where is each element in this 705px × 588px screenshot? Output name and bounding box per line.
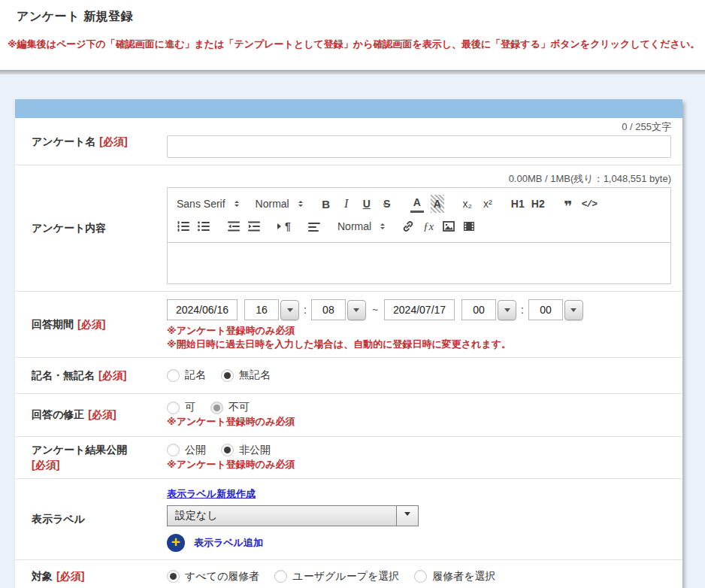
subscript-icon[interactable]: x₂ [461, 195, 474, 213]
radio-unselected-icon[interactable] [167, 444, 180, 456]
survey-name-input[interactable] [167, 135, 671, 158]
radio-unselected-icon[interactable] [414, 570, 427, 583]
heading-picker-value: Normal [256, 198, 289, 210]
end-hour-select[interactable]: 00 [461, 299, 516, 320]
radio-selected-icon[interactable] [221, 369, 234, 382]
end-hour-value: 00 [461, 299, 496, 320]
radio-option-user-group[interactable]: ユーザグループを選択 [274, 570, 399, 583]
end-date-input[interactable] [384, 299, 455, 320]
ordered-list-icon[interactable] [177, 217, 190, 235]
chevron-down-icon [404, 512, 410, 519]
formula-icon[interactable]: ƒx [422, 217, 435, 235]
radio-option-unsigned-label: 無記名 [239, 368, 271, 382]
rich-text-editor: Sans Serif Normal B I U S A [167, 187, 671, 284]
display-label-select-value: 設定なし [168, 506, 396, 526]
start-minute-value: 08 [311, 299, 346, 320]
radio-option-private[interactable]: 非公開 [221, 444, 271, 457]
toolbar-line-2: ¶ Normal ƒx [177, 217, 661, 236]
time-colon: : [304, 304, 307, 316]
superscript-icon[interactable]: x² [481, 195, 495, 213]
chevron-down-icon [287, 308, 293, 315]
display-label-label-cell: 表示ラベル [15, 511, 167, 526]
heading-picker[interactable]: Normal [256, 198, 303, 210]
text-color-icon[interactable]: A [410, 195, 424, 213]
text-direction-icon[interactable]: ¶ [277, 217, 291, 235]
editor-toolbar: Sans Serif Normal B I U S A [168, 188, 670, 243]
display-label-content: 表示ラベル新規作成 設定なし 表示ラベル追加 [167, 479, 682, 559]
target-radio-group: すべての履修者 ユーザグループを選択 履修者を選択 [167, 570, 671, 583]
anonymity-content: 記名 無記名 [167, 368, 682, 382]
time-colon: : [521, 304, 524, 316]
radio-option-select-students[interactable]: 履修者を選択 [414, 570, 495, 583]
survey-name-label-cell: アンケート名[必須] [15, 134, 167, 149]
bold-icon[interactable]: B [319, 195, 333, 213]
end-minute-select[interactable]: 00 [528, 299, 583, 320]
page-title: アンケート 新規登録 [17, 9, 705, 25]
survey-content-label: アンケート内容 [32, 222, 106, 234]
modification-note: ※アンケート登録時のみ必須 [167, 416, 671, 428]
start-date-input[interactable] [167, 299, 238, 320]
chevron-down-icon [353, 308, 359, 315]
start-minute-select[interactable]: 08 [311, 299, 366, 320]
font-picker[interactable]: Sans Serif [177, 198, 239, 210]
page-header: アンケート 新規登録 ※編集後はページ下の「確認画面に進む」または「テンプレート… [0, 0, 705, 70]
radio-option-not-allowed[interactable]: 不可 [210, 401, 250, 414]
radio-selected-icon[interactable] [221, 444, 234, 456]
chevron-down-icon [570, 308, 576, 315]
italic-icon[interactable]: I [340, 195, 353, 213]
start-hour-select[interactable]: 16 [244, 299, 299, 320]
indent-icon[interactable] [247, 217, 261, 235]
display-label-label: 表示ラベル [32, 513, 85, 525]
period-controls: 16 : 08 ~ 00 : [167, 299, 671, 320]
size-picker[interactable]: Normal [337, 220, 385, 232]
modification-label-cell: 回答の修正[必須] [15, 407, 167, 422]
display-label-select-button[interactable] [396, 506, 418, 526]
outdent-icon[interactable] [227, 217, 241, 235]
form-row-survey-name: アンケート名[必須] 0 / 255文字 [15, 118, 682, 165]
form-row-answer-modification: 回答の修正[必須] 可 不可 ※アンケート登録時のみ必須 [15, 394, 682, 437]
add-display-label-link[interactable]: 表示ラベル追加 [194, 536, 263, 550]
form-row-result-publication: アンケート結果公開[必須] 公開 非公開 ※アンケート登録時のみ必須 [15, 437, 682, 479]
end-minute-dropdown-button[interactable] [564, 300, 583, 320]
end-hour-dropdown-button[interactable] [498, 300, 516, 320]
publication-radio-group: 公開 非公開 [167, 444, 671, 457]
target-content: すべての履修者 ユーザグループを選択 履修者を選択 [167, 570, 682, 583]
add-icon[interactable] [167, 534, 185, 552]
radio-option-private-label: 非公開 [239, 444, 271, 457]
header-2-icon[interactable]: H2 [531, 195, 545, 213]
publication-label: アンケート結果公開 [32, 444, 127, 456]
underline-icon[interactable]: U [360, 195, 374, 213]
radio-unselected-icon[interactable] [274, 570, 287, 583]
link-icon[interactable] [401, 217, 415, 235]
align-icon[interactable] [307, 217, 321, 235]
header-1-icon[interactable]: H1 [511, 195, 525, 213]
radio-unselected-icon[interactable] [167, 369, 180, 382]
editor-content-area[interactable] [168, 243, 670, 283]
form-row-display-label: 表示ラベル 表示ラベル新規作成 設定なし 表示ラベル追加 [15, 479, 682, 560]
blockquote-icon[interactable]: ❞ [561, 195, 575, 213]
radio-selected-disabled-icon[interactable] [210, 402, 223, 414]
image-icon[interactable] [442, 217, 455, 235]
survey-content-content: 0.00MB / 1MB(残り：1,048,551 byte) Sans Ser… [167, 165, 682, 291]
range-separator: ~ [372, 304, 378, 316]
radio-option-unsigned[interactable]: 無記名 [221, 368, 271, 382]
create-display-label-link[interactable]: 表示ラベル新規作成 [167, 488, 256, 499]
code-block-icon[interactable]: </> [582, 195, 597, 213]
radio-option-allowed[interactable]: 可 [167, 401, 195, 414]
highlight-color-icon[interactable]: A [431, 195, 444, 213]
modification-content: 可 不可 ※アンケート登録時のみ必須 [167, 395, 682, 434]
anonymity-label: 記名・無記名 [32, 369, 95, 381]
radio-unselected-icon[interactable] [167, 402, 180, 414]
bullet-list-icon[interactable] [197, 217, 210, 235]
radio-selected-icon[interactable] [167, 570, 180, 583]
start-minute-dropdown-button[interactable] [347, 300, 366, 320]
strikethrough-icon[interactable]: S [380, 195, 394, 213]
radio-option-signed[interactable]: 記名 [167, 368, 206, 382]
publication-content: 公開 非公開 ※アンケート登録時のみ必須 [167, 438, 682, 477]
display-label-select[interactable]: 設定なし [167, 505, 419, 526]
radio-option-public[interactable]: 公開 [167, 444, 206, 457]
survey-form-card: アンケート名[必須] 0 / 255文字 アンケート内容 0.00MB / 1M… [15, 99, 682, 588]
video-icon[interactable] [462, 217, 476, 235]
radio-option-all-students[interactable]: すべての履修者 [167, 570, 259, 583]
start-hour-dropdown-button[interactable] [280, 300, 299, 320]
